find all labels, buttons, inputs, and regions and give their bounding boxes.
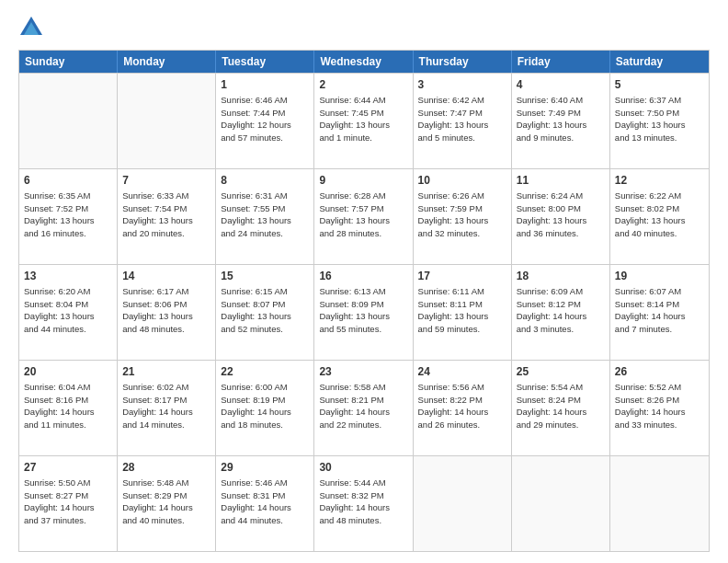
- day-number: 18: [517, 269, 605, 284]
- calendar-cell-1-3: 9Sunrise: 6:28 AM Sunset: 7:57 PM Daylig…: [314, 169, 413, 264]
- calendar-cell-4-1: 28Sunrise: 5:48 AM Sunset: 8:29 PM Dayli…: [118, 456, 216, 551]
- day-number: 22: [221, 364, 309, 380]
- logo: [18, 15, 48, 40]
- day-info: Sunrise: 6:33 AM Sunset: 7:54 PM Dayligh…: [122, 190, 210, 240]
- day-info: Sunrise: 5:58 AM Sunset: 8:21 PM Dayligh…: [319, 381, 407, 431]
- calendar-cell-2-3: 16Sunrise: 6:13 AM Sunset: 8:09 PM Dayli…: [314, 265, 413, 360]
- day-info: Sunrise: 6:09 AM Sunset: 8:12 PM Dayligh…: [517, 285, 605, 336]
- day-info: Sunrise: 5:50 AM Sunset: 8:27 PM Dayligh…: [24, 477, 112, 527]
- calendar-cell-0-1: [118, 74, 216, 168]
- calendar-cell-0-6: 5Sunrise: 6:37 AM Sunset: 7:50 PM Daylig…: [610, 74, 709, 168]
- day-info: Sunrise: 6:02 AM Sunset: 8:17 PM Dayligh…: [122, 381, 210, 431]
- day-number: 4: [517, 77, 605, 93]
- day-number: 23: [319, 364, 407, 380]
- day-number: 15: [221, 269, 309, 284]
- day-number: 3: [418, 77, 506, 93]
- calendar-cell-1-5: 11Sunrise: 6:24 AM Sunset: 8:00 PM Dayli…: [512, 169, 610, 264]
- day-number: 27: [24, 460, 112, 476]
- calendar-row-3: 20Sunrise: 6:04 AM Sunset: 8:16 PM Dayli…: [19, 360, 709, 455]
- calendar-row-0: 1Sunrise: 6:46 AM Sunset: 7:44 PM Daylig…: [19, 73, 709, 168]
- day-info: Sunrise: 6:24 AM Sunset: 8:00 PM Dayligh…: [517, 190, 605, 240]
- calendar-cell-1-1: 7Sunrise: 6:33 AM Sunset: 7:54 PM Daylig…: [118, 169, 216, 264]
- day-info: Sunrise: 5:52 AM Sunset: 8:26 PM Dayligh…: [615, 381, 704, 431]
- day-number: 20: [24, 364, 112, 380]
- day-number: 14: [122, 269, 210, 284]
- day-number: 9: [319, 173, 407, 189]
- calendar-cell-3-1: 21Sunrise: 6:02 AM Sunset: 8:17 PM Dayli…: [118, 361, 216, 455]
- calendar-cell-2-2: 15Sunrise: 6:15 AM Sunset: 8:07 PM Dayli…: [216, 265, 314, 360]
- header-day-sunday: Sunday: [19, 51, 118, 73]
- calendar-cell-4-6: [610, 456, 709, 551]
- day-info: Sunrise: 6:20 AM Sunset: 8:04 PM Dayligh…: [24, 285, 112, 336]
- header-day-wednesday: Wednesday: [314, 51, 413, 73]
- day-info: Sunrise: 6:35 AM Sunset: 7:52 PM Dayligh…: [24, 190, 112, 240]
- day-number: 1: [221, 77, 309, 93]
- day-number: 30: [319, 460, 407, 476]
- calendar-cell-2-1: 14Sunrise: 6:17 AM Sunset: 8:06 PM Dayli…: [118, 265, 216, 360]
- day-number: 7: [122, 173, 210, 189]
- day-info: Sunrise: 6:13 AM Sunset: 8:09 PM Dayligh…: [319, 285, 407, 336]
- day-info: Sunrise: 6:31 AM Sunset: 7:55 PM Dayligh…: [221, 190, 309, 240]
- day-info: Sunrise: 6:37 AM Sunset: 7:50 PM Dayligh…: [615, 94, 704, 144]
- calendar-cell-1-4: 10Sunrise: 6:26 AM Sunset: 7:59 PM Dayli…: [414, 169, 512, 264]
- calendar-cell-3-5: 25Sunrise: 5:54 AM Sunset: 8:24 PM Dayli…: [512, 361, 610, 455]
- day-number: 2: [319, 77, 407, 93]
- day-number: 6: [24, 173, 112, 189]
- header-day-thursday: Thursday: [414, 51, 512, 73]
- day-info: Sunrise: 6:42 AM Sunset: 7:47 PM Dayligh…: [418, 94, 506, 144]
- day-info: Sunrise: 6:22 AM Sunset: 8:02 PM Dayligh…: [615, 190, 704, 240]
- calendar-cell-4-4: [414, 456, 512, 551]
- day-info: Sunrise: 5:44 AM Sunset: 8:32 PM Dayligh…: [319, 477, 407, 527]
- header-day-friday: Friday: [512, 51, 610, 73]
- calendar-cell-0-0: [19, 74, 118, 168]
- header-day-monday: Monday: [118, 51, 216, 73]
- calendar-row-2: 13Sunrise: 6:20 AM Sunset: 8:04 PM Dayli…: [19, 264, 709, 360]
- header: [18, 15, 710, 40]
- day-info: Sunrise: 6:00 AM Sunset: 8:19 PM Dayligh…: [221, 381, 309, 431]
- calendar-cell-2-4: 17Sunrise: 6:11 AM Sunset: 8:11 PM Dayli…: [414, 265, 512, 360]
- day-info: Sunrise: 6:04 AM Sunset: 8:16 PM Dayligh…: [24, 381, 112, 431]
- header-day-tuesday: Tuesday: [216, 51, 314, 73]
- header-day-saturday: Saturday: [610, 51, 709, 73]
- calendar-cell-3-2: 22Sunrise: 6:00 AM Sunset: 8:19 PM Dayli…: [216, 361, 314, 455]
- day-info: Sunrise: 5:46 AM Sunset: 8:31 PM Dayligh…: [221, 477, 309, 527]
- calendar-cell-1-2: 8Sunrise: 6:31 AM Sunset: 7:55 PM Daylig…: [216, 169, 314, 264]
- logo-icon: [18, 15, 44, 40]
- calendar-cell-1-6: 12Sunrise: 6:22 AM Sunset: 8:02 PM Dayli…: [610, 169, 709, 264]
- day-number: 25: [517, 364, 605, 380]
- calendar-row-1: 6Sunrise: 6:35 AM Sunset: 7:52 PM Daylig…: [19, 168, 709, 264]
- day-info: Sunrise: 6:40 AM Sunset: 7:49 PM Dayligh…: [517, 94, 605, 144]
- day-number: 12: [615, 173, 704, 189]
- day-number: 28: [122, 460, 210, 476]
- page: SundayMondayTuesdayWednesdayThursdayFrid…: [0, 0, 728, 563]
- calendar-cell-1-0: 6Sunrise: 6:35 AM Sunset: 7:52 PM Daylig…: [19, 169, 118, 264]
- day-number: 19: [615, 269, 704, 284]
- calendar-cell-0-5: 4Sunrise: 6:40 AM Sunset: 7:49 PM Daylig…: [512, 74, 610, 168]
- calendar-cell-4-0: 27Sunrise: 5:50 AM Sunset: 8:27 PM Dayli…: [19, 456, 118, 551]
- calendar-cell-0-3: 2Sunrise: 6:44 AM Sunset: 7:45 PM Daylig…: [314, 74, 413, 168]
- calendar-cell-0-4: 3Sunrise: 6:42 AM Sunset: 7:47 PM Daylig…: [414, 74, 512, 168]
- calendar-cell-3-3: 23Sunrise: 5:58 AM Sunset: 8:21 PM Dayli…: [314, 361, 413, 455]
- day-info: Sunrise: 6:26 AM Sunset: 7:59 PM Dayligh…: [418, 190, 506, 240]
- day-info: Sunrise: 6:07 AM Sunset: 8:14 PM Dayligh…: [615, 285, 704, 336]
- calendar-header: SundayMondayTuesdayWednesdayThursdayFrid…: [19, 51, 709, 73]
- day-info: Sunrise: 6:11 AM Sunset: 8:11 PM Dayligh…: [418, 285, 506, 336]
- day-number: 8: [221, 173, 309, 189]
- day-info: Sunrise: 5:54 AM Sunset: 8:24 PM Dayligh…: [517, 381, 605, 431]
- calendar-body: 1Sunrise: 6:46 AM Sunset: 7:44 PM Daylig…: [19, 73, 709, 551]
- calendar-cell-4-5: [512, 456, 610, 551]
- day-number: 5: [615, 77, 704, 93]
- calendar-cell-4-3: 30Sunrise: 5:44 AM Sunset: 8:32 PM Dayli…: [314, 456, 413, 551]
- calendar-cell-2-6: 19Sunrise: 6:07 AM Sunset: 8:14 PM Dayli…: [610, 265, 709, 360]
- day-info: Sunrise: 6:17 AM Sunset: 8:06 PM Dayligh…: [122, 285, 210, 336]
- day-number: 17: [418, 269, 506, 284]
- calendar-cell-4-2: 29Sunrise: 5:46 AM Sunset: 8:31 PM Dayli…: [216, 456, 314, 551]
- calendar-row-4: 27Sunrise: 5:50 AM Sunset: 8:27 PM Dayli…: [19, 455, 709, 551]
- day-number: 11: [517, 173, 605, 189]
- calendar-cell-2-5: 18Sunrise: 6:09 AM Sunset: 8:12 PM Dayli…: [512, 265, 610, 360]
- day-number: 26: [615, 364, 704, 380]
- calendar-cell-2-0: 13Sunrise: 6:20 AM Sunset: 8:04 PM Dayli…: [19, 265, 118, 360]
- day-number: 24: [418, 364, 506, 380]
- day-info: Sunrise: 5:48 AM Sunset: 8:29 PM Dayligh…: [122, 477, 210, 527]
- day-number: 13: [24, 269, 112, 284]
